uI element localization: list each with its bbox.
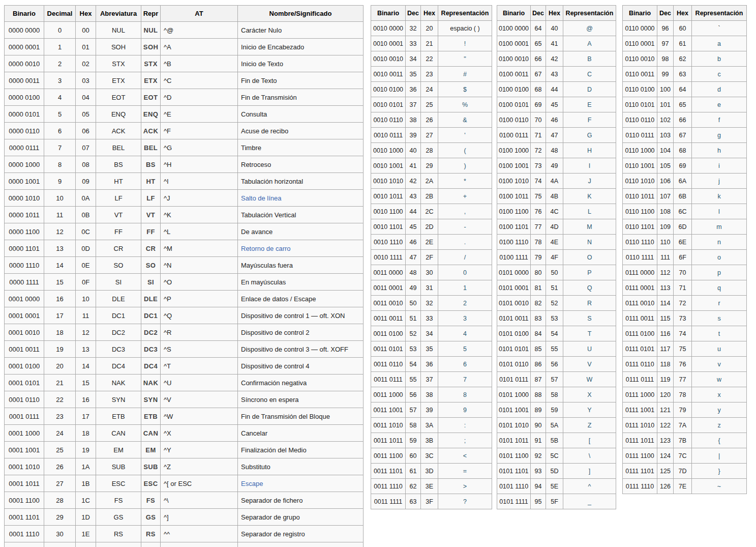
character-link[interactable]: G: [587, 132, 592, 139]
character-link[interactable]: J: [588, 178, 591, 185]
character-link[interactable]: 1: [463, 284, 467, 292]
character-link[interactable]: }: [718, 468, 720, 475]
wiki-link[interactable]: Escape: [241, 480, 263, 487]
hex-cell: 37: [421, 372, 438, 387]
character-link[interactable]: C: [587, 71, 592, 78]
character-link[interactable]: a: [717, 40, 721, 47]
character-link[interactable]: -: [464, 223, 466, 231]
character-link[interactable]: @: [586, 25, 593, 32]
character-link[interactable]: u: [717, 346, 721, 353]
character-link[interactable]: k: [717, 193, 720, 200]
character-link[interactable]: c: [717, 71, 720, 78]
character-link[interactable]: f: [718, 117, 720, 124]
character-link[interactable]: 0: [463, 269, 467, 276]
character-link[interactable]: ]: [589, 468, 590, 475]
character-link[interactable]: o: [717, 254, 721, 261]
character-link[interactable]: *: [464, 178, 466, 185]
character-link[interactable]: ": [464, 55, 466, 63]
character-link[interactable]: \: [589, 452, 590, 459]
character-link[interactable]: U: [587, 346, 592, 353]
character-link[interactable]: $: [463, 86, 467, 93]
character-link[interactable]: 8: [463, 391, 467, 398]
character-link[interactable]: V: [587, 361, 591, 368]
character-link[interactable]: %: [462, 101, 468, 108]
character-link[interactable]: Z: [588, 422, 592, 429]
character-link[interactable]: F: [588, 117, 592, 124]
character-link[interactable]: Q: [587, 284, 592, 292]
character-link[interactable]: v: [717, 361, 720, 368]
wiki-link[interactable]: Retorno de carro: [241, 245, 291, 252]
character-link[interactable]: ;: [464, 437, 466, 444]
character-link[interactable]: d: [717, 86, 721, 93]
character-link[interactable]: P: [587, 269, 591, 276]
character-link[interactable]: N: [587, 239, 592, 246]
character-link[interactable]: ,: [464, 208, 466, 215]
character-link[interactable]: X: [587, 391, 591, 398]
character-link[interactable]: M: [587, 223, 592, 231]
character-link[interactable]: =: [463, 468, 467, 475]
character-link[interactable]: w: [717, 376, 721, 383]
binario-cell: 0101 1101: [497, 464, 531, 479]
character-link[interactable]: {: [718, 437, 720, 444]
character-link[interactable]: !: [464, 40, 466, 47]
character-link[interactable]: ^: [588, 483, 591, 490]
character-link[interactable]: E: [587, 101, 591, 108]
character-link[interactable]: 4: [463, 330, 467, 337]
character-link[interactable]: ?: [463, 498, 467, 505]
character-link[interactable]: b: [717, 55, 721, 63]
character-link[interactable]: |: [718, 452, 720, 459]
character-link[interactable]: K: [587, 193, 591, 200]
character-link[interactable]: /: [464, 254, 466, 261]
character-link[interactable]: t: [718, 330, 720, 337]
character-link[interactable]: S: [587, 315, 591, 322]
character-link[interactable]: 7: [463, 376, 467, 383]
character-link[interactable]: +: [463, 193, 467, 200]
character-link[interactable]: ': [464, 132, 465, 139]
character-link[interactable]: L: [588, 208, 591, 215]
character-link[interactable]: e: [717, 101, 721, 108]
character-link[interactable]: q: [717, 284, 721, 292]
character-link[interactable]: x: [717, 391, 720, 398]
hex-cell: 5B: [546, 433, 563, 448]
character-link[interactable]: O: [587, 254, 592, 261]
character-link[interactable]: >: [463, 483, 467, 490]
character-link[interactable]: z: [717, 422, 720, 429]
character-link[interactable]: .: [464, 239, 466, 246]
character-link[interactable]: s: [717, 315, 720, 322]
character-link[interactable]: p: [717, 269, 721, 276]
character-link[interactable]: y: [717, 407, 720, 414]
character-link[interactable]: n: [717, 239, 721, 246]
character-link[interactable]: D: [587, 86, 592, 93]
character-link[interactable]: T: [588, 330, 592, 337]
ascii-table-row: 0011 1100603C<: [371, 448, 492, 464]
character-link[interactable]: i: [718, 162, 720, 169]
character-link[interactable]: R: [587, 300, 592, 307]
character-link[interactable]: Y: [587, 407, 591, 414]
character-link[interactable]: I: [589, 162, 590, 169]
character-link[interactable]: (: [464, 147, 466, 154]
character-link[interactable]: H: [587, 147, 592, 154]
character-link[interactable]: :: [464, 422, 466, 429]
character-link[interactable]: A: [587, 40, 591, 47]
character-link[interactable]: h: [717, 147, 721, 154]
character-link[interactable]: #: [463, 71, 467, 78]
character-link[interactable]: W: [587, 376, 593, 383]
character-link[interactable]: _: [588, 498, 591, 505]
character-link[interactable]: r: [718, 300, 720, 307]
character-link[interactable]: ~: [717, 483, 721, 490]
character-link[interactable]: <: [463, 452, 467, 459]
character-link[interactable]: 2: [463, 300, 467, 307]
character-link[interactable]: &: [463, 117, 467, 124]
character-link[interactable]: 5: [463, 346, 467, 353]
character-link[interactable]: m: [716, 223, 721, 231]
character-link[interactable]: B: [587, 55, 591, 63]
character-link[interactable]: l: [718, 208, 720, 215]
character-link[interactable]: [: [589, 437, 590, 444]
character-link[interactable]: 3: [463, 315, 467, 322]
wiki-link[interactable]: Salto de línea: [241, 194, 282, 202]
character-link[interactable]: ): [464, 162, 466, 169]
character-link[interactable]: 6: [463, 361, 467, 368]
character-link[interactable]: j: [718, 178, 720, 185]
character-link[interactable]: g: [717, 132, 721, 139]
character-link[interactable]: 9: [463, 407, 467, 414]
